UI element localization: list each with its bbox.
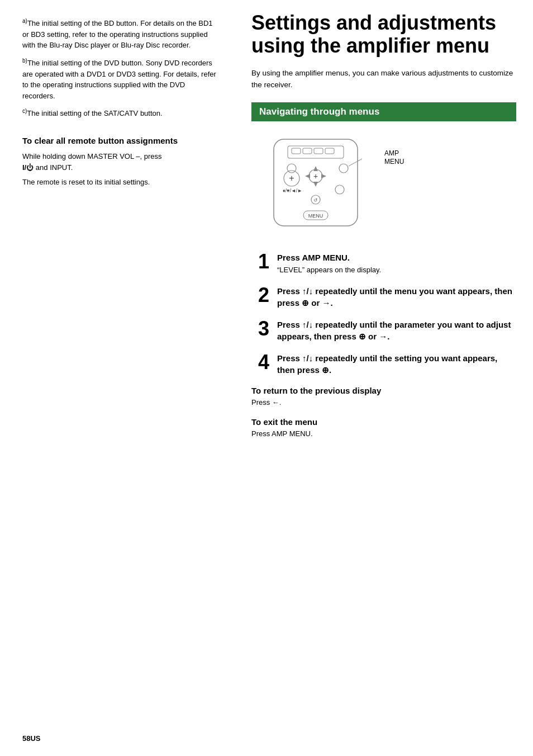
page-number: 58US: [22, 734, 41, 743]
footnote-b-text: The initial setting of the DVD button. S…: [22, 59, 216, 100]
svg-rect-5: [325, 148, 334, 154]
amp-menu-label: AMP MENU: [384, 149, 404, 167]
svg-text:+: +: [313, 172, 318, 181]
exit-heading: To exit the menu: [251, 417, 516, 427]
svg-marker-9: [313, 166, 318, 171]
svg-point-17: [287, 164, 296, 173]
footnote-c-text: The initial setting of the SAT/CATV butt…: [27, 109, 162, 117]
step-4-title: Press ↑/↓ repeatedly until the setting y…: [277, 352, 516, 376]
clear-section-body1: While holding down MASTER VOL –, press I…: [22, 151, 218, 173]
svg-rect-2: [292, 148, 301, 154]
remote-image: + ♦/♥/◄/► +: [257, 134, 380, 236]
return-heading: To return to the previous display: [251, 386, 516, 395]
footnote-a-marker: a): [22, 18, 27, 24]
svg-rect-4: [314, 148, 323, 154]
svg-text:↺: ↺: [313, 197, 318, 203]
step-2: 2 Press ↑/↓ repeatedly until the menu yo…: [251, 285, 516, 309]
footnote-a-text: The initial setting of the BD button. Fo…: [22, 19, 213, 49]
clear-section-body2: The remote is reset to its initial setti…: [22, 177, 218, 188]
return-body: Press ←.: [251, 397, 516, 408]
svg-point-15: [339, 164, 348, 173]
footnote-b: b)The initial setting of the DVD button.…: [22, 56, 218, 101]
exit-body: Press AMP MENU.: [251, 428, 516, 440]
step-1: 1 Press AMP MENU. “LEVEL” appears on the…: [251, 252, 516, 276]
step-4-number: 4: [251, 352, 269, 372]
step-1-desc: “LEVEL” appears on the display.: [277, 264, 516, 276]
svg-text:♦/♥/◄/►: ♦/♥/◄/►: [283, 188, 302, 193]
page-title: Settings and adjustments using the ampli…: [251, 11, 516, 58]
footnote-c: c)The initial setting of the SAT/CATV bu…: [22, 107, 218, 119]
step-3-title: Press ↑/↓ repeatedly until the parameter…: [277, 319, 516, 342]
step-3: 3 Press ↑/↓ repeatedly until the paramet…: [251, 319, 516, 342]
step-4: 4 Press ↑/↓ repeatedly until the setting…: [251, 352, 516, 376]
step-1-content: Press AMP MENU. “LEVEL” appears on the d…: [277, 252, 516, 276]
intro-text: By using the amplifier menus, you can ma…: [251, 68, 516, 91]
footnote-a: a)The initial setting of the BD button. …: [22, 17, 218, 51]
svg-text:+: +: [289, 173, 294, 183]
step-2-number: 2: [251, 285, 269, 305]
step-3-number: 3: [251, 319, 269, 339]
svg-rect-1: [288, 146, 344, 158]
svg-line-16: [349, 159, 362, 166]
clear-section-heading: To clear all remote button assignments: [22, 135, 218, 147]
nav-banner: Navigating through menus: [251, 102, 516, 121]
step-2-title: Press ↑/↓ repeatedly until the menu you …: [277, 285, 516, 309]
clear-assignments-section: To clear all remote button assignments W…: [22, 135, 218, 188]
exit-section: To exit the menu Press AMP MENU.: [251, 417, 516, 440]
return-section: To return to the previous display Press …: [251, 386, 516, 408]
svg-point-20: [335, 185, 344, 194]
step-1-title: Press AMP MENU.: [277, 252, 516, 263]
svg-rect-3: [303, 148, 312, 154]
svg-text:MENU: MENU: [308, 213, 323, 219]
step-3-content: Press ↑/↓ repeatedly until the parameter…: [277, 319, 516, 342]
step-2-content: Press ↑/↓ repeatedly until the menu you …: [277, 285, 516, 309]
footnote-b-marker: b): [22, 58, 27, 64]
footnotes-section: a)The initial setting of the BD button. …: [22, 17, 218, 119]
step-4-content: Press ↑/↓ repeatedly until the setting y…: [277, 352, 516, 376]
step-1-number: 1: [251, 252, 269, 272]
remote-diagram: + ♦/♥/◄/► +: [257, 134, 516, 236]
